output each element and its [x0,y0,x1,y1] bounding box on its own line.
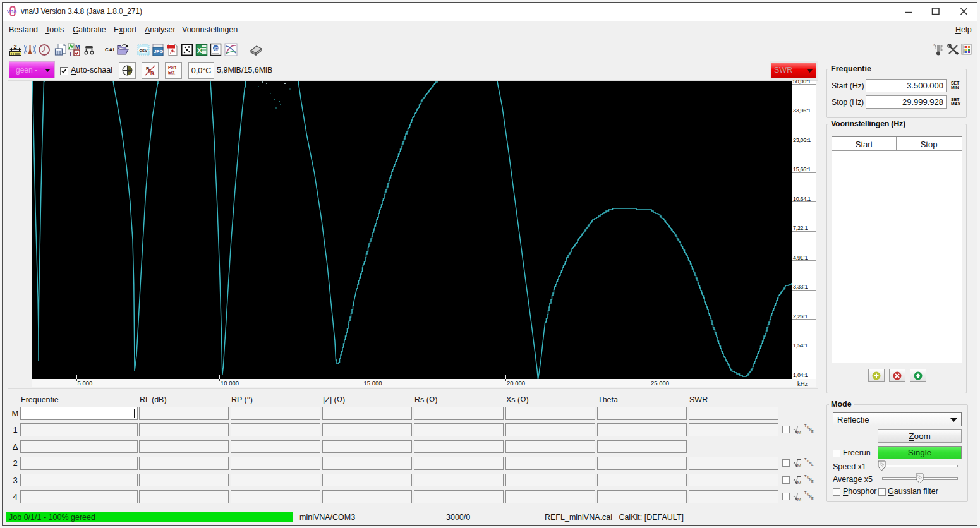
svg-text:M: M [797,429,802,435]
svg-text:@: @ [214,45,219,51]
svg-text:csv: csv [139,47,148,53]
svg-text:2: 2 [14,44,17,50]
svg-text:M: M [75,44,80,50]
svg-text:JPG: JPG [154,49,163,54]
svg-text:M: M [797,479,802,485]
svg-text:X: X [197,47,202,54]
svg-text:M: M [797,463,802,469]
svg-text:T: T [69,51,73,56]
svg-text:M: M [797,496,802,502]
svg-text:vna: vna [7,8,18,15]
